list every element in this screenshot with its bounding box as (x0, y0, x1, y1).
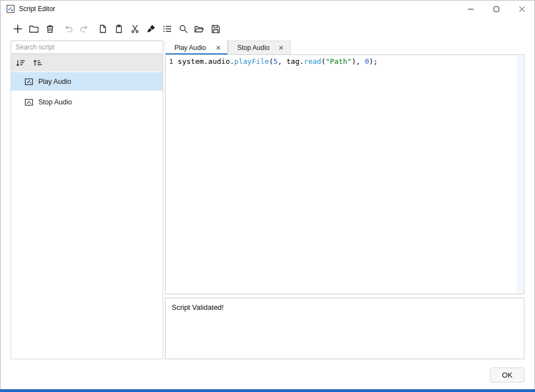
main-toolbar (1, 17, 534, 41)
code-token: , tag. (278, 57, 304, 66)
code-token: system.audio. (178, 57, 234, 66)
list-item-stop-audio[interactable]: Stop Audio (11, 93, 163, 111)
search-button[interactable] (175, 21, 191, 37)
code-token: ( (269, 57, 273, 66)
editor-panel: Play Audio Stop Audio 1system.audio.play… (165, 41, 524, 359)
tab-play-audio[interactable]: Play Audio (165, 41, 228, 54)
ok-button[interactable]: OK (490, 368, 524, 383)
script-icon (24, 78, 33, 86)
code-text: system.audio.playFile(5, tag.read("Path"… (178, 57, 378, 67)
format-button[interactable] (143, 21, 159, 37)
paste-icon (114, 24, 124, 34)
folder-icon (29, 24, 39, 34)
code-token: 5 (273, 57, 278, 66)
list-item-label: Play Audio (38, 78, 71, 86)
tab-close-icon[interactable] (215, 44, 222, 51)
app-icon (6, 4, 15, 13)
line-number: 1 (169, 57, 173, 67)
script-browser-panel: Play Audio Stop Audio (11, 41, 163, 359)
editor-tabbar: Play Audio Stop Audio (165, 41, 524, 54)
tab-label: Stop Audio (237, 44, 269, 52)
code-token: "Path" (326, 57, 352, 66)
script-list: Play Audio Stop Audio (11, 72, 163, 359)
open-folder-icon (194, 24, 204, 34)
add-button[interactable] (9, 21, 26, 37)
code-token: ), (352, 57, 364, 66)
list-item-play-audio[interactable]: Play Audio (11, 72, 163, 91)
plus-icon (13, 24, 23, 34)
validation-panel: Script Validated! (165, 298, 524, 359)
tab-stop-audio[interactable]: Stop Audio (228, 41, 291, 54)
save-button[interactable] (207, 21, 223, 37)
code-token: ( (321, 57, 326, 66)
window-title: Script Editor (19, 5, 55, 13)
delete-button[interactable] (42, 21, 58, 37)
script-icon (24, 98, 33, 106)
brush-icon (146, 24, 156, 34)
search-icon (178, 24, 188, 34)
code-token: read (304, 57, 321, 66)
close-icon (519, 6, 525, 12)
trash-icon (45, 24, 55, 34)
undo-button[interactable] (60, 21, 76, 37)
code-token: playFile (234, 57, 269, 66)
close-button[interactable] (509, 1, 534, 17)
maximize-icon (493, 6, 499, 12)
content-area: Play Audio Stop Audio (1, 41, 534, 359)
undo-icon (63, 24, 73, 34)
code-line: 1system.audio.playFile(5, tag.read("Path… (166, 55, 524, 67)
window-accent-bar (0, 389, 535, 392)
tab-close-icon[interactable] (278, 44, 284, 51)
script-editor-window: Script Editor (0, 0, 535, 392)
window-controls (458, 1, 534, 17)
tab-label: Play Audio (174, 44, 206, 52)
cut-button[interactable] (127, 21, 143, 37)
list-item-label: Stop Audio (38, 98, 72, 106)
script-browser-body: Play Audio Stop Audio (11, 54, 163, 359)
code-token: ); (369, 57, 378, 66)
paste-button[interactable] (111, 21, 127, 37)
redo-icon (79, 24, 89, 34)
footer: OK (1, 359, 534, 389)
sort-ascending-icon (33, 59, 43, 68)
open-folder-button[interactable] (191, 21, 207, 37)
list-toolbar (11, 55, 163, 72)
copy-icon (98, 24, 108, 34)
minimize-button[interactable] (458, 1, 483, 17)
list-button[interactable] (159, 21, 175, 37)
sort-descending-button[interactable] (14, 57, 27, 70)
code-editor[interactable]: 1system.audio.playFile(5, tag.read("Path… (165, 54, 524, 294)
sort-descending-icon (16, 59, 26, 68)
search-input[interactable] (11, 41, 163, 54)
scissors-icon (130, 24, 140, 34)
validation-message: Script Validated! (172, 303, 224, 311)
copy-button[interactable] (94, 21, 111, 37)
save-icon (211, 24, 221, 34)
minimize-icon (468, 6, 474, 12)
folder-button[interactable] (26, 21, 42, 37)
sort-ascending-button[interactable] (31, 57, 44, 70)
redo-button[interactable] (76, 21, 92, 37)
editor-scrollbar[interactable] (517, 56, 523, 293)
titlebar: Script Editor (1, 1, 534, 17)
maximize-button[interactable] (483, 1, 509, 17)
list-icon (162, 24, 172, 34)
